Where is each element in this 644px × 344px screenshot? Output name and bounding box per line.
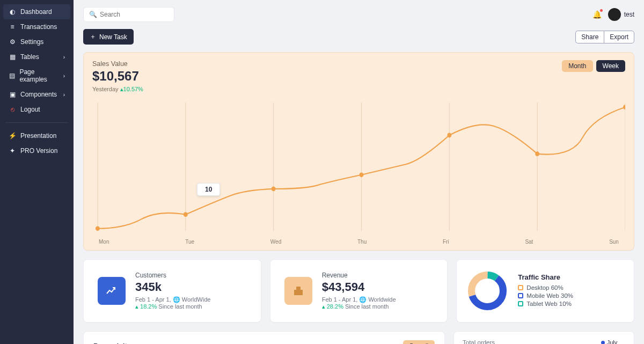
- sidebar-item-label: Dashboard: [20, 8, 52, 16]
- legend-label: July: [607, 339, 618, 344]
- svg-point-7: [96, 226, 100, 231]
- card-icon: ≡: [9, 23, 16, 31]
- x-tick: Fri: [443, 239, 449, 245]
- page-icon: ▤: [9, 72, 15, 79]
- globe-icon: 🌐: [359, 296, 367, 303]
- caret-up-icon: ▴: [135, 303, 138, 310]
- logout-icon: ⎋: [9, 106, 16, 113]
- sidebar-item-components[interactable]: ▣ Components ›: [3, 87, 70, 102]
- chevron-right-icon: ›: [63, 73, 65, 79]
- x-tick: Thu: [357, 239, 367, 245]
- caret-up-icon: ▴: [322, 303, 325, 310]
- cash-register-icon: [284, 277, 312, 305]
- x-tick: Sun: [609, 239, 619, 245]
- traffic-title: Traffic Share: [518, 273, 573, 281]
- mobile-icon: [518, 293, 523, 298]
- stat-scope: WorldWide: [182, 296, 211, 303]
- button-label: New Task: [99, 33, 127, 41]
- sidebar-divider: [5, 122, 68, 123]
- table-icon: ▦: [9, 53, 16, 61]
- sidebar-item-label: Page examples: [19, 68, 58, 83]
- stat-change: 28.2%: [327, 303, 343, 310]
- stat-since: Since last month: [158, 303, 202, 310]
- avatar: [608, 8, 621, 21]
- svg-point-10: [359, 172, 363, 177]
- tablet-icon: [518, 301, 523, 306]
- user-menu[interactable]: test: [608, 8, 634, 21]
- svg-point-13: [623, 105, 625, 109]
- user-name: test: [624, 11, 634, 18]
- revenue-card: Revenue $43,594 Feb 1 - Apr 1, 🌐 Worldwi…: [270, 259, 448, 323]
- x-tick: Sat: [525, 239, 533, 245]
- search-input[interactable]: [100, 11, 169, 18]
- sidebar-item-label: Presentation: [20, 132, 56, 140]
- sales-title: Sales Value: [92, 60, 143, 68]
- sidebar-item-pro-version[interactable]: ✦ PRO Version: [3, 143, 70, 158]
- seg-month[interactable]: Month: [562, 60, 592, 72]
- chevron-right-icon: ›: [63, 54, 65, 60]
- svg-rect-15: [296, 287, 301, 290]
- sales-value: $10,567: [92, 69, 143, 84]
- traffic-item-label: Desktop 60%: [526, 284, 563, 291]
- sales-chart: 10: [92, 103, 625, 237]
- legend-dot-july: [601, 341, 605, 344]
- chevron-right-icon: ›: [63, 92, 65, 98]
- stat-value: $43,594: [322, 280, 396, 294]
- search-input-wrap[interactable]: 🔍: [83, 7, 174, 22]
- sales-card: Sales Value $10,567 Yesterday ▴10.57% Mo…: [83, 52, 634, 251]
- svg-point-8: [184, 212, 188, 217]
- sales-sub-label: Yesterday: [92, 86, 119, 92]
- sidebar-item-transactions[interactable]: ≡ Transactions: [3, 19, 70, 34]
- sidebar-item-page-examples[interactable]: ▤ Page examples ›: [3, 64, 70, 87]
- share-button[interactable]: Share: [575, 31, 604, 43]
- stat-since: Since last month: [345, 303, 389, 310]
- pie-icon: ◐: [9, 8, 16, 16]
- sales-change: ▴10.57%: [120, 86, 143, 92]
- page-visits-card: Page visits See all Page name Page Views…: [83, 331, 445, 344]
- bolt-icon: ⚡: [9, 132, 16, 140]
- sidebar-item-label: Tables: [20, 53, 39, 61]
- traffic-item-label: Mobile Web 30%: [526, 292, 573, 299]
- sidebar-item-label: PRO Version: [20, 147, 57, 155]
- seg-week[interactable]: Week: [596, 60, 625, 72]
- x-tick: Tue: [185, 239, 194, 245]
- stat-label: Customers: [135, 272, 210, 279]
- svg-point-9: [272, 187, 276, 192]
- sidebar-item-presentation[interactable]: ⚡ Presentation: [3, 128, 70, 143]
- new-task-button[interactable]: ＋ New Task: [83, 29, 134, 45]
- customers-card: Customers 345k Feb 1 - Apr 1, 🌐 WorldWid…: [83, 259, 261, 323]
- sidebar-item-tables[interactable]: ▦ Tables ›: [3, 49, 70, 64]
- box-icon: ▣: [9, 91, 16, 98]
- traffic-donut: [466, 270, 508, 312]
- search-icon: 🔍: [89, 11, 97, 18]
- svg-point-12: [535, 151, 539, 156]
- sidebar-item-label: Components: [20, 91, 57, 98]
- plus-icon: ＋: [90, 32, 96, 41]
- stat-period: Feb 1 - Apr 1,: [135, 296, 171, 303]
- desktop-icon: [518, 285, 523, 290]
- sidebar-item-settings[interactable]: ⚙ Settings: [3, 34, 70, 49]
- traffic-card: Traffic Share Desktop 60% Mobile Web 30%…: [456, 259, 634, 323]
- chart-up-icon: [98, 277, 126, 305]
- globe-icon: 🌐: [173, 296, 180, 303]
- sidebar-item-dashboard[interactable]: ◐ Dashboard: [3, 4, 70, 19]
- sidebar-item-logout[interactable]: ⎋ Logout: [3, 102, 70, 117]
- stat-value: 345k: [135, 280, 210, 294]
- svg-rect-14: [294, 290, 303, 295]
- stat-scope: Worldwide: [368, 296, 396, 303]
- sidebar-item-label: Logout: [20, 106, 40, 113]
- x-tick: Mon: [99, 239, 109, 245]
- rocket-icon: ✦: [9, 147, 16, 155]
- bell-icon[interactable]: 🔔: [592, 10, 602, 19]
- sidebar-item-label: Settings: [20, 38, 43, 46]
- export-button[interactable]: Export: [604, 31, 634, 43]
- traffic-item-label: Tablet Web 10%: [526, 301, 572, 307]
- gear-icon: ⚙: [9, 38, 16, 46]
- chart-tooltip: 10: [197, 183, 220, 196]
- stat-period: Feb 1 - Apr 1,: [322, 296, 358, 303]
- sidebar-item-label: Transactions: [20, 23, 57, 31]
- stat-label: Revenue: [322, 272, 396, 279]
- see-all-button[interactable]: See all: [403, 340, 435, 344]
- stat-change: 18.2%: [140, 303, 157, 310]
- page-visits-title: Page visits: [93, 342, 131, 345]
